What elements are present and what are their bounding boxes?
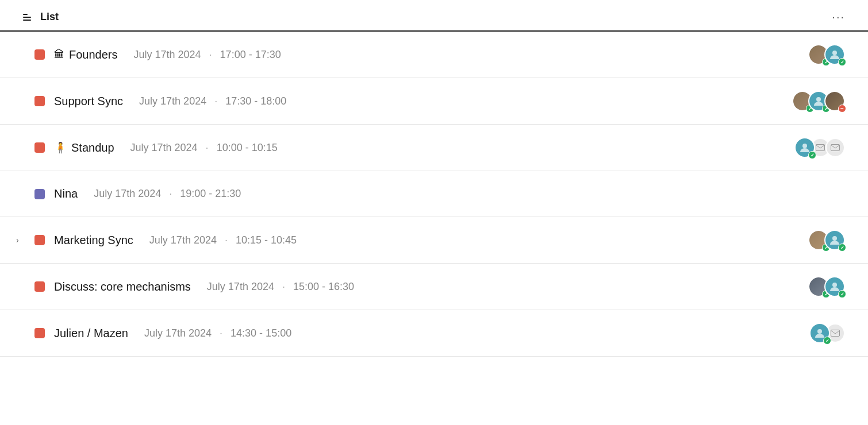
event-avatars	[808, 276, 845, 297]
event-separator: ·	[282, 281, 285, 293]
event-avatars	[808, 230, 845, 250]
avatar	[794, 137, 815, 158]
svg-point-1	[816, 97, 821, 102]
event-date: July 17th 2024	[149, 234, 217, 246]
event-name: Support Sync	[54, 95, 123, 108]
event-separator: ·	[220, 327, 222, 339]
event-name: Standup	[71, 141, 114, 154]
event-time: 10:00 - 10:15	[217, 142, 278, 154]
status-check-icon	[823, 337, 831, 345]
event-meta: NinaJuly 17th 2024·19:00 - 21:30	[54, 187, 845, 200]
event-row-standup[interactable]: 🧍StandupJuly 17th 2024·10:00 - 10:15	[0, 125, 868, 171]
event-emoji: 🏛	[54, 49, 64, 61]
event-row-marketing-sync[interactable]: ›Marketing SyncJuly 17th 2024·10:15 - 10…	[0, 217, 868, 264]
svg-point-2	[802, 144, 807, 148]
status-check-icon	[838, 290, 846, 298]
event-time: 17:00 - 17:30	[220, 49, 281, 61]
event-separator: ·	[169, 188, 172, 200]
event-row-discuss-core[interactable]: Discuss: core mechanismsJuly 17th 2024·1…	[0, 264, 868, 310]
header-title: List	[40, 11, 59, 23]
event-date: July 17th 2024	[139, 95, 206, 107]
svg-rect-3	[816, 145, 825, 151]
event-color-indicator	[34, 281, 45, 292]
event-separator: ·	[206, 142, 209, 154]
event-avatars	[792, 91, 845, 111]
avatar	[824, 91, 845, 111]
header-left: List	[23, 11, 59, 23]
event-avatars	[794, 137, 845, 158]
avatar	[809, 323, 830, 343]
event-meta: Marketing SyncJuly 17th 2024·10:15 - 10:…	[54, 234, 808, 247]
event-row-support-sync[interactable]: Support SyncJuly 17th 2024·17:30 - 18:00	[0, 78, 868, 125]
event-avatars	[808, 44, 845, 65]
event-date: July 17th 2024	[134, 49, 201, 61]
more-button[interactable]: ···	[832, 10, 845, 24]
svg-point-6	[832, 283, 837, 287]
event-meta: Support SyncJuly 17th 2024·17:30 - 18:00	[54, 95, 792, 108]
event-row-founders[interactable]: 🏛FoundersJuly 17th 2024·17:00 - 17:30	[0, 32, 868, 78]
status-check-icon	[838, 58, 846, 66]
event-name: Marketing Sync	[54, 234, 133, 247]
svg-point-7	[817, 329, 822, 334]
expand-chevron[interactable]: ›	[16, 235, 19, 245]
event-meta: Discuss: core mechanismsJuly 17th 2024·1…	[54, 280, 808, 293]
event-color-indicator	[34, 96, 45, 106]
svg-rect-4	[831, 145, 840, 151]
header: List ···	[0, 0, 868, 32]
event-avatars	[809, 323, 845, 343]
event-time: 14:30 - 15:00	[231, 327, 291, 339]
event-color-indicator	[34, 189, 45, 199]
event-color-indicator	[34, 49, 45, 60]
event-date: July 17th 2024	[207, 281, 274, 293]
event-time: 17:30 - 18:00	[225, 95, 286, 107]
event-time: 10:15 - 10:45	[236, 234, 297, 246]
event-separator: ·	[214, 95, 217, 107]
event-name: Julien / Mazen	[54, 327, 128, 340]
event-emoji: 🧍	[54, 141, 67, 154]
event-date: July 17th 2024	[94, 188, 161, 200]
avatar	[824, 276, 845, 297]
mail-avatar	[825, 138, 845, 157]
event-date: July 17th 2024	[130, 142, 198, 154]
event-color-indicator	[34, 142, 45, 153]
event-row-nina[interactable]: NinaJuly 17th 2024·19:00 - 21:30	[0, 171, 868, 217]
event-meta: Julien / MazenJuly 17th 2024·14:30 - 15:…	[54, 327, 809, 340]
status-check-icon	[808, 151, 816, 159]
svg-point-5	[832, 236, 837, 241]
event-name: Founders	[69, 48, 118, 61]
event-color-indicator	[34, 235, 45, 245]
avatar	[824, 230, 845, 250]
event-name: Nina	[54, 187, 78, 200]
avatar	[824, 44, 845, 65]
event-row-julien-mazen[interactable]: Julien / MazenJuly 17th 2024·14:30 - 15:…	[0, 310, 868, 357]
status-decline-icon	[838, 105, 846, 113]
event-separator: ·	[209, 49, 212, 61]
status-check-icon	[838, 244, 846, 252]
event-meta: 🧍StandupJuly 17th 2024·10:00 - 10:15	[54, 141, 794, 154]
event-time: 19:00 - 21:30	[180, 188, 241, 200]
list-icon	[23, 14, 34, 21]
event-list: 🏛FoundersJuly 17th 2024·17:00 - 17:30	[0, 32, 868, 357]
event-separator: ·	[225, 234, 228, 246]
svg-rect-8	[831, 330, 840, 337]
event-meta: 🏛FoundersJuly 17th 2024·17:00 - 17:30	[54, 48, 808, 61]
svg-point-0	[832, 51, 837, 55]
event-time: 15:00 - 16:30	[293, 281, 354, 293]
event-name: Discuss: core mechanisms	[54, 280, 191, 293]
app-container: List ··· 🏛FoundersJuly 17th 2024·17:00 -…	[0, 0, 868, 357]
event-date: July 17th 2024	[144, 327, 212, 339]
event-color-indicator	[34, 328, 45, 338]
